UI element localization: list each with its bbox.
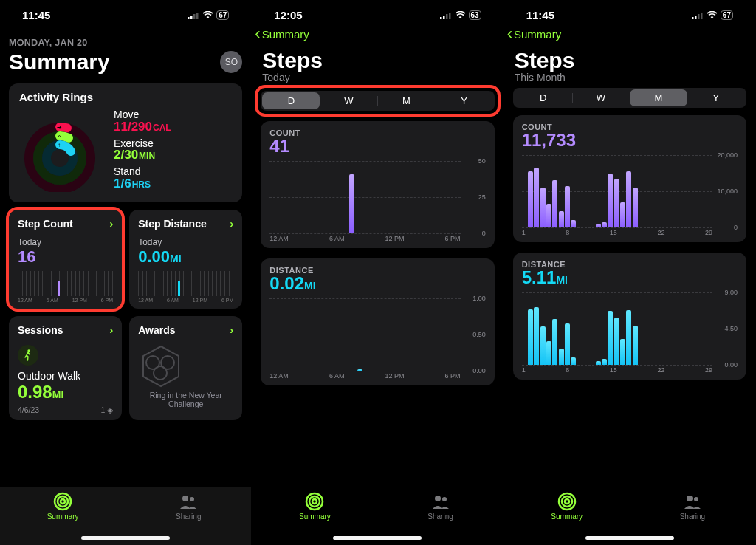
seg-day[interactable]: D (515, 89, 572, 106)
page-title: Steps (504, 48, 755, 73)
seg-year[interactable]: Y (436, 92, 493, 109)
chart-bar (596, 361, 601, 365)
status-right: 63 (440, 10, 481, 20)
svg-rect-20 (440, 17, 442, 19)
chevron-left-icon: ‹ (507, 24, 512, 44)
exercise-value: 2/30 (114, 148, 138, 162)
status-bar: 12:05 63 (252, 0, 503, 23)
mini-bar (58, 281, 60, 296)
award-caption: Ring in the New Year Challenge (138, 391, 233, 408)
mini-times: 12 AM6 AM12 PM6 PM (138, 298, 233, 303)
distance-card[interactable]: DISTANCE 0.02MI 1.00 0.50 0.00 12 AM6 AM… (261, 258, 494, 385)
svg-point-27 (435, 496, 441, 501)
svg-rect-2 (193, 14, 196, 19)
tab-sharing[interactable]: Sharing (670, 492, 715, 521)
activity-rings-card[interactable]: Activity Rings ➔ » ↑ Move (9, 83, 242, 202)
sessions-card[interactable]: Sessions › Outdoor Walk 0.98MI 4/6/23 1 … (9, 316, 122, 420)
svg-rect-1 (190, 16, 193, 19)
home-indicator[interactable] (333, 536, 422, 540)
walk-icon (18, 345, 38, 366)
seg-year[interactable]: Y (687, 89, 745, 106)
svg-point-14 (154, 366, 167, 380)
chart-bar (552, 180, 557, 227)
tab-sharing[interactable]: Sharing (166, 492, 210, 521)
distance-chart: 9.00 4.50 0.00 (522, 292, 738, 365)
step-distance-value: 0.00 (138, 247, 170, 266)
svg-point-35 (565, 499, 569, 504)
svg-point-37 (694, 497, 698, 501)
session-name: Outdoor Walk (18, 370, 113, 382)
seg-month[interactable]: M (377, 92, 435, 109)
session-value: 0.98 (18, 382, 52, 402)
svg-point-16 (58, 496, 68, 507)
today-label: Today (18, 237, 113, 247)
move-label: Move (114, 109, 171, 120)
chart-bar (608, 174, 613, 228)
battery-icon: 63 (469, 10, 481, 20)
seg-day[interactable]: D (262, 92, 320, 109)
mini-times: 12 AM6 AM12 PM6 PM (18, 298, 113, 303)
x-axis: 12 AM6 AM12 PM6 PM (269, 372, 485, 380)
signal-icon (692, 12, 704, 19)
step-distance-card[interactable]: Step Distance › Today 0.00MI 12 AM6 AM12… (129, 210, 242, 309)
tab-summary[interactable]: Summary (41, 492, 85, 521)
activity-rings-icon: ➔ » ↑ (19, 111, 100, 192)
chart-bar (528, 309, 533, 365)
svg-rect-22 (446, 14, 448, 19)
awards-card[interactable]: Awards › Ring in the New Year Challenge (129, 316, 242, 420)
x-axis: 12 AM6 AM12 PM6 PM (269, 235, 485, 242)
chart-bar (571, 220, 576, 227)
mi-unit: MI (170, 253, 182, 264)
sharing-tab-icon (179, 492, 198, 511)
tab-summary[interactable]: Summary (545, 492, 589, 521)
chart-bar (596, 224, 601, 227)
highlight-box: D W M Y (258, 88, 497, 114)
step-count-card[interactable]: Step Count › Today 16 12 AM6 AM12 PM6 PM (9, 210, 122, 309)
count-chart: 20,000 10,000 0 (522, 155, 738, 227)
date-line: MONDAY, JAN 20 (9, 38, 242, 48)
mi-unit: MI (556, 274, 568, 286)
back-button[interactable]: ‹ Summary (252, 23, 503, 48)
home-indicator[interactable] (81, 536, 170, 540)
chart-bar (559, 211, 564, 227)
time-range-segment: D W M Y (261, 91, 494, 111)
status-bar: 11:45 67 (504, 0, 755, 23)
svg-point-19 (190, 497, 194, 501)
count-card[interactable]: COUNT 11,733 20,000 10,000 0 18152229 (513, 115, 746, 242)
svg-point-34 (562, 496, 572, 507)
svg-point-28 (442, 497, 447, 501)
seg-month[interactable]: M (630, 89, 687, 106)
chart-bar (614, 179, 619, 227)
chart-bar (626, 310, 631, 365)
page-subtitle: This Month (504, 72, 755, 83)
tab-summary[interactable]: Summary (292, 492, 337, 521)
wifi-icon (202, 11, 213, 19)
step-distance-title: Step Distance (138, 218, 207, 230)
distance-chart: 1.00 0.50 0.00 (269, 298, 485, 371)
svg-point-17 (61, 499, 65, 504)
svg-text:↑: ↑ (58, 142, 61, 148)
mi-unit: MI (52, 388, 64, 400)
tab-sharing[interactable]: Sharing (419, 492, 463, 521)
count-card[interactable]: COUNT 41 50 25 0 12 AM6 AM12 PM6 PM (261, 121, 494, 248)
back-button[interactable]: ‹ Summary (504, 23, 755, 48)
signal-icon (188, 12, 199, 19)
chart-bar (565, 186, 570, 227)
signal-icon (440, 12, 452, 19)
page-title: Summary (9, 49, 110, 75)
status-bar: 11:45 67 (0, 0, 251, 23)
seg-week[interactable]: W (320, 92, 377, 109)
distance-card[interactable]: DISTANCE 5.11MI 9.00 4.50 0.00 18152229 (513, 253, 746, 380)
avatar[interactable]: SO (220, 51, 242, 73)
chart-bar (559, 349, 564, 365)
home-indicator[interactable] (585, 536, 674, 540)
seg-week[interactable]: W (572, 89, 630, 106)
chevron-right-icon: › (109, 217, 113, 230)
chart-bar (620, 202, 625, 227)
chevron-right-icon: › (109, 323, 113, 336)
svg-text:➔: ➔ (57, 124, 62, 131)
status-time: 11:45 (22, 9, 50, 21)
chart-bar (626, 171, 631, 227)
svg-rect-32 (701, 13, 703, 19)
chart-bar (608, 311, 613, 365)
